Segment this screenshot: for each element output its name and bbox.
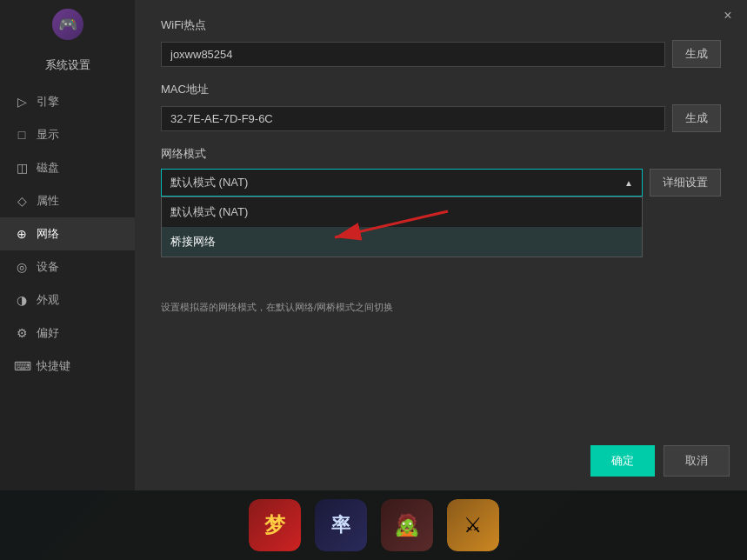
taskbar: 梦 率 🧟 ⚔: [0, 490, 747, 560]
mac-input-row: 生成: [161, 104, 721, 132]
chevron-up-icon: ▲: [624, 178, 633, 188]
sidebar-item-preference[interactable]: ⚙ 偏好: [0, 317, 135, 350]
taskbar-icon-game3[interactable]: 🧟: [381, 499, 433, 551]
hint-text: 设置模拟器的网络模式，在默认网络/网桥模式之间切换: [161, 301, 721, 314]
display-icon: □: [14, 128, 30, 142]
sidebar-title: 系统设置: [7, 47, 128, 82]
sidebar-item-appearance[interactable]: ◑ 外观: [0, 283, 135, 317]
close-button[interactable]: ×: [719, 7, 737, 24]
shortcut-icon: ⌨: [14, 359, 30, 373]
sidebar-item-network[interactable]: ⊕ 网络: [0, 217, 135, 250]
network-mode-row: 默认模式 (NAT) ▲ 默认模式 (NAT) 桥接网络 详细设置: [161, 169, 721, 197]
wifi-section: WiFi热点 生成: [161, 17, 721, 82]
network-select-button[interactable]: 默认模式 (NAT) ▲: [161, 169, 643, 197]
sidebar-item-label: 属性: [37, 193, 59, 209]
game2-icon: 率: [315, 499, 367, 551]
network-mode-label: 网络模式: [161, 146, 721, 162]
sidebar-item-label: 引擎: [37, 94, 59, 110]
sidebar-item-display[interactable]: □ 显示: [0, 118, 135, 151]
sidebar-item-shortcut[interactable]: ⌨ 快捷键: [0, 350, 135, 383]
network-select-value: 默认模式 (NAT): [170, 175, 248, 190]
property-icon: ◇: [14, 194, 30, 208]
network-mode-section: 网络模式 默认模式 (NAT) ▲ 默认模式 (NAT) 桥接网络 详细设置: [161, 146, 721, 197]
clash-icon: ⚔: [447, 499, 499, 551]
sidebar-item-engine[interactable]: ▷ 引擎: [0, 85, 135, 118]
sidebar-item-label: 网络: [37, 226, 59, 242]
wifi-label: WiFi热点: [161, 17, 721, 33]
network-select-wrapper: 默认模式 (NAT) ▲ 默认模式 (NAT) 桥接网络: [161, 169, 643, 197]
avatar: 🎮: [52, 9, 83, 40]
mac-input[interactable]: [161, 106, 665, 131]
game3-icon: 🧟: [381, 499, 433, 551]
mac-label: MAC地址: [161, 82, 721, 97]
sidebar-item-property[interactable]: ◇ 属性: [0, 184, 135, 217]
arrow-annotation: [317, 194, 457, 263]
detail-settings-button[interactable]: 详细设置: [650, 169, 721, 197]
wifi-input[interactable]: [161, 42, 665, 67]
main-panel: × WiFi热点 生成 MAC地址 生成 网络模式 默认模式 (NAT) ▲: [135, 0, 747, 490]
network-icon: ⊕: [14, 227, 30, 241]
taskbar-icon-dream[interactable]: 梦: [249, 499, 301, 551]
sidebar-item-disk[interactable]: ◫ 磁盘: [0, 151, 135, 184]
device-icon: ◎: [14, 260, 30, 274]
sidebar-item-device[interactable]: ◎ 设备: [0, 250, 135, 283]
sidebar-item-label: 显示: [37, 127, 59, 143]
cancel-button[interactable]: 取消: [664, 445, 730, 477]
appearance-icon: ◑: [14, 293, 30, 307]
mac-section: MAC地址 生成: [161, 82, 721, 146]
sidebar-item-label: 磁盘: [37, 160, 59, 176]
wifi-generate-button[interactable]: 生成: [672, 40, 721, 68]
mac-generate-button[interactable]: 生成: [672, 104, 721, 132]
sidebar-item-label: 设备: [37, 259, 59, 275]
sidebar-item-label: 快捷键: [37, 358, 70, 374]
svg-line-1: [335, 211, 448, 237]
taskbar-icon-clash[interactable]: ⚔: [447, 499, 499, 551]
wifi-input-row: 生成: [161, 40, 721, 68]
sidebar-item-label: 外观: [37, 292, 59, 308]
sidebar: 🎮 系统设置 ▷ 引擎 □ 显示 ◫ 磁盘 ◇ 属性 ⊕ 网络 ◎ 设备 ◑ 外…: [0, 0, 135, 490]
bottom-actions: 确定 取消: [590, 445, 730, 477]
dream-icon: 梦: [249, 499, 301, 551]
taskbar-icon-game2[interactable]: 率: [315, 499, 367, 551]
engine-icon: ▷: [14, 95, 30, 109]
preference-icon: ⚙: [14, 326, 30, 340]
confirm-button[interactable]: 确定: [590, 445, 655, 477]
sidebar-item-label: 偏好: [37, 325, 59, 341]
disk-icon: ◫: [14, 161, 30, 175]
